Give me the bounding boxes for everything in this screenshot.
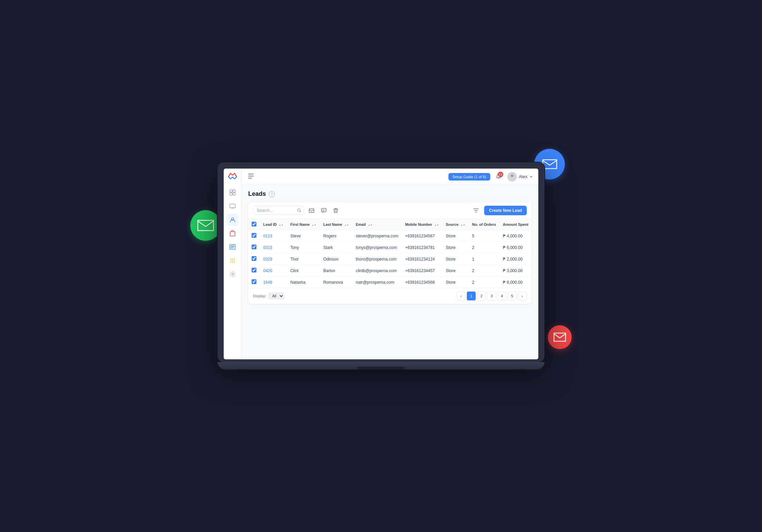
orders-cell: 2: [469, 265, 499, 277]
svg-point-20: [298, 209, 300, 212]
lead-id-link[interactable]: 0123: [263, 234, 272, 238]
col-first-name[interactable]: First Name ▲▼: [287, 219, 320, 230]
search-wrapper: [253, 206, 304, 215]
sidebar-item-products[interactable]: [226, 227, 239, 239]
mobile-cell: +639161234568: [402, 277, 442, 288]
first-name-cell: Tony: [287, 242, 320, 253]
row-checkbox[interactable]: [252, 245, 256, 249]
email-cell: stever@prosperna.com: [352, 230, 402, 242]
svg-point-11: [234, 259, 235, 260]
row-checkbox[interactable]: [252, 256, 256, 261]
mobile-cell: +639161234124: [402, 253, 442, 265]
help-icon[interactable]: ?: [269, 191, 275, 197]
page-2-button[interactable]: 2: [477, 292, 486, 300]
col-email[interactable]: Email ▲▼: [352, 219, 402, 230]
app-logo: [227, 171, 238, 182]
col-lead-id[interactable]: Lead ID ▲▼: [260, 219, 287, 230]
search-input[interactable]: [253, 206, 304, 215]
prev-page-button[interactable]: ‹: [457, 292, 465, 300]
last-name-cell: Barton: [320, 265, 352, 277]
svg-point-14: [234, 260, 235, 261]
email-cell: tonys@prosperna.com: [352, 242, 402, 253]
amount-cell: ₱ 3,000.00: [499, 265, 531, 277]
sidebar: [224, 169, 241, 359]
display-label: Display:: [253, 294, 266, 298]
filter-button[interactable]: [471, 207, 481, 214]
svg-point-12: [230, 260, 231, 261]
svg-point-10: [232, 259, 233, 260]
first-name-cell: Steve: [287, 230, 320, 242]
amount-cell: ₱ 6,000.00: [499, 242, 531, 253]
source-cell: Store: [442, 242, 469, 253]
amount-cell: ₱ 4,000.00: [499, 230, 531, 242]
user-profile[interactable]: Alex: [507, 172, 533, 182]
sidebar-item-settings[interactable]: [226, 268, 239, 280]
col-amount: Amount Spent: [499, 219, 531, 230]
col-mobile[interactable]: Mobile Number ▲▼: [402, 219, 442, 230]
row-checkbox[interactable]: [252, 268, 256, 272]
menu-toggle-button[interactable]: [247, 172, 255, 181]
first-name-cell: Natasha: [287, 277, 320, 288]
lead-id-link[interactable]: 0420: [263, 268, 272, 273]
header: Setup Guide (1 of 6) 11: [241, 169, 538, 185]
sidebar-item-reports[interactable]: [226, 254, 239, 267]
row-checkbox[interactable]: [252, 279, 256, 284]
col-source[interactable]: Source ▲▼: [442, 219, 469, 230]
svg-rect-3: [230, 193, 232, 195]
table-footer: Display: All ‹ 1 2 3 4: [248, 288, 531, 304]
sidebar-item-orders[interactable]: [226, 241, 239, 253]
select-all-checkbox[interactable]: [252, 222, 256, 226]
svg-point-15: [230, 262, 231, 263]
table-row: 0123 Steve Rogers stever@prosperna.com +…: [248, 230, 531, 242]
svg-point-16: [232, 262, 233, 263]
next-page-button[interactable]: ›: [518, 292, 527, 300]
svg-point-9: [230, 259, 231, 260]
svg-rect-5: [230, 204, 235, 208]
email-toolbar-button[interactable]: [307, 207, 316, 214]
page-title: Leads: [248, 190, 266, 198]
orders-cell: 2: [469, 242, 499, 253]
delete-toolbar-button[interactable]: [331, 206, 340, 215]
svg-rect-1: [230, 190, 232, 192]
sms-toolbar-button[interactable]: [319, 207, 329, 215]
page-4-button[interactable]: 4: [497, 292, 506, 300]
email-cell: clintb@prosperna.com: [352, 265, 402, 277]
sidebar-item-dashboard[interactable]: [226, 186, 239, 199]
svg-rect-2: [233, 190, 235, 192]
col-last-name[interactable]: Last Name ▲▼: [320, 219, 352, 230]
orders-cell: 1: [469, 253, 499, 265]
last-name-cell: Romanova: [320, 277, 352, 288]
sidebar-item-contacts[interactable]: [226, 214, 239, 226]
setup-guide-button[interactable]: Setup Guide (1 of 6): [448, 173, 490, 181]
user-name-label: Alex: [519, 174, 527, 179]
mobile-cell: +639161234567: [402, 230, 442, 242]
sidebar-item-monitor[interactable]: [226, 200, 239, 212]
create-new-lead-button[interactable]: Create New Lead: [484, 206, 527, 215]
leads-table: Lead ID ▲▼ First Name ▲▼ Last Name ▲▼: [248, 219, 531, 288]
svg-point-13: [232, 260, 233, 261]
lead-id-link[interactable]: 0315: [263, 245, 272, 250]
last-name-cell: Odinson: [320, 253, 352, 265]
display-select[interactable]: All: [268, 293, 284, 299]
search-button[interactable]: [297, 208, 301, 213]
source-cell: Store: [442, 265, 469, 277]
last-name-cell: Rogers: [320, 230, 352, 242]
notification-button[interactable]: 11: [494, 172, 503, 182]
page-5-button[interactable]: 5: [508, 292, 517, 300]
email-cell: natr@prosperna.com: [352, 277, 402, 288]
table-row: 0420 Clint Barton clintb@prosperna.com +…: [248, 265, 531, 277]
row-checkbox[interactable]: [252, 233, 256, 238]
table-row: 1648 Natasha Romanova natr@prosperna.com…: [248, 277, 531, 288]
svg-rect-7: [230, 232, 235, 236]
svg-point-17: [234, 262, 235, 263]
table-row: 0315 Tony Stark tonys@prosperna.com +639…: [248, 242, 531, 253]
svg-point-19: [511, 174, 513, 177]
orders-cell: 5: [469, 230, 499, 242]
svg-rect-4: [233, 193, 235, 195]
orders-cell: 2: [469, 277, 499, 288]
lead-id-link[interactable]: 1648: [263, 280, 272, 285]
page-1-button[interactable]: 1: [467, 292, 476, 300]
page-3-button[interactable]: 3: [487, 292, 496, 300]
lead-id-link[interactable]: 0329: [263, 257, 272, 262]
chevron-down-icon: [529, 175, 533, 178]
